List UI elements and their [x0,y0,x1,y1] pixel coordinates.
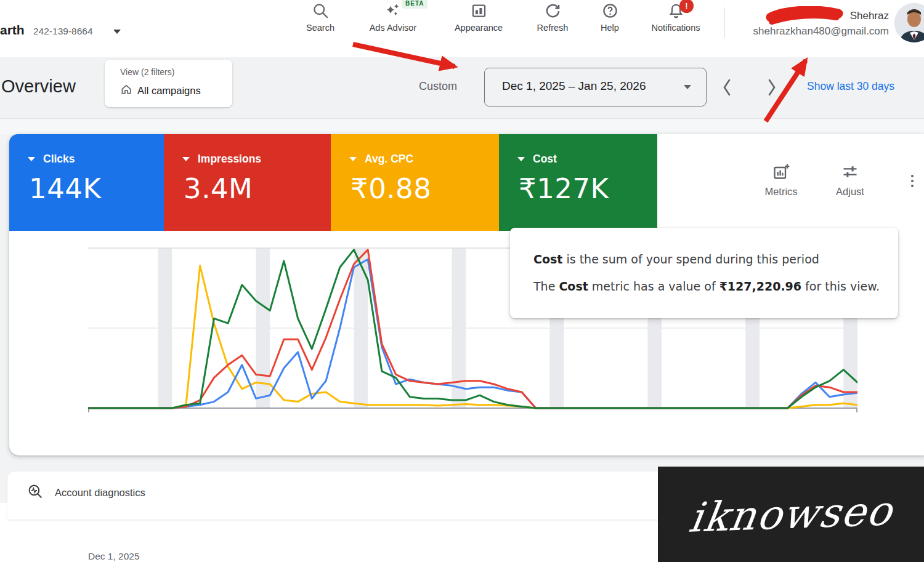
account-id[interactable]: 242-139-8664 [33,26,93,37]
view-filter-label: View (2 filters) [120,67,174,77]
avatar[interactable] [894,3,924,42]
nav-search[interactable]: Search [280,2,360,33]
scorecard-avg-cpc-value: ₹0.88 [351,172,431,205]
redaction-scribble [766,6,846,26]
date-range-picker[interactable]: Dec 1, 2025 – Jan 25, 2026 [484,68,707,106]
page-title: Overview [1,76,76,97]
nav-ads-advisor-label: Ads Advisor [353,23,433,33]
scorecard-avg-cpc-label: Avg. CPC [365,153,413,166]
metrics-button[interactable]: Metrics [747,163,815,198]
header-divider [724,7,725,38]
notifications-icon [636,2,716,19]
scorecard-cost-label: Cost [533,153,557,166]
account-diagnostics-label: Account diagnostics [55,487,145,499]
google-ads-overview-screen: arth 242-139-8664 Search Ads Advisor [0,0,924,562]
sub-strip [0,119,924,134]
view-filter-value: All campaigns [137,85,201,97]
show-last-30-days-link[interactable]: Show last 30 days [807,80,894,93]
nav-notifications[interactable]: Notifications [636,2,716,33]
scorecard-cost[interactable]: Cost ₹127K [499,134,657,231]
date-range-value: Dec 1, 2025 – Jan 25, 2026 [502,79,646,93]
account-chevron-down-icon[interactable] [113,30,121,34]
metrics-button-label: Metrics [747,186,815,198]
watermark-box: iknowseo [658,467,924,562]
tooltip-line-1: Cost is the sum of your spend during thi… [533,252,819,266]
scorecard-chevron-down-icon [28,157,35,161]
view-filter-card[interactable]: View (2 filters) All campaigns [105,60,232,107]
chevron-right-icon [767,78,777,97]
adjust-button-label: Adjust [816,186,884,198]
date-next-button[interactable] [767,78,777,99]
scorecard-clicks[interactable]: Clicks 144K [9,134,164,231]
diagnostics-icon [28,484,43,502]
date-prev-button[interactable] [722,78,732,99]
scorecard-impressions-label: Impressions [198,153,261,166]
nav-search-label: Search [280,23,360,33]
top-app-bar: arth 242-139-8664 Search Ads Advisor [0,0,924,57]
scorecard-chevron-down-icon [517,157,525,161]
date-mode-label: Custom [419,80,457,93]
watermark-text: iknowseo [686,487,896,541]
account-name[interactable]: arth [0,23,25,38]
scorecard-impressions[interactable]: Impressions 3.4M [164,134,331,231]
home-icon [120,83,132,98]
scorecard-chevron-down-icon [349,157,357,161]
adjust-button[interactable]: Adjust [816,163,884,198]
scorecard-clicks-label: Clicks [43,153,75,166]
profile-email: shehrazkhan480@gmail.com [753,25,889,38]
scorecard-impressions-value: 3.4M [184,172,253,205]
chevron-left-icon [722,78,732,97]
tooltip-line-2: The Cost metric has a value of ₹127,220.… [533,279,880,293]
cost-metric-tooltip: Cost is the sum of your spend during thi… [510,228,898,318]
nav-notifications-label: Notifications [636,23,716,33]
scorecard-cost-value: ₹127K [519,172,609,205]
adjust-icon [816,163,884,180]
scorecard-clicks-value: 144K [29,172,101,205]
date-chevron-down-icon [684,85,691,89]
scorecard-chevron-down-icon [182,157,190,161]
more-options-button[interactable] [904,172,921,190]
beta-badge: BETA [402,0,428,9]
nav-appearance-label: Appearance [439,23,519,33]
profile-display-name: Shehraz [850,10,889,22]
x-axis-start-label: Dec 1, 2025 [88,551,140,562]
avatar-photo-icon [894,3,924,42]
metrics-icon [747,163,815,180]
search-icon [280,2,360,19]
appearance-icon [439,2,519,19]
nav-appearance[interactable]: Appearance [439,2,519,33]
scorecard-avg-cpc[interactable]: Avg. CPC ₹0.88 [331,134,499,231]
